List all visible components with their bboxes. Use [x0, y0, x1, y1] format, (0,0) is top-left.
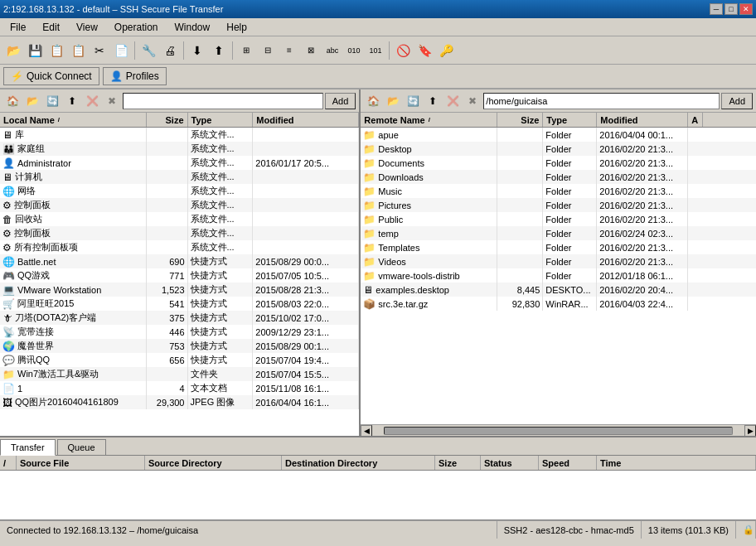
- list-item[interactable]: ⚙所有控制面板项 系统文件...: [0, 240, 359, 254]
- remote-col-name[interactable]: Remote Name /: [361, 113, 497, 127]
- list-item[interactable]: 🖥库 系统文件...: [0, 128, 359, 142]
- hscroll-bar[interactable]: [384, 427, 733, 435]
- list-item[interactable]: 🖥examples.desktop 8,445 DESKTO... 2016/0…: [361, 283, 756, 297]
- toolbar-stop[interactable]: 🚫: [393, 41, 413, 60]
- list-item[interactable]: 📦src.3e.tar.gz 92,830 WinRAR... 2016/04/…: [361, 297, 756, 311]
- local-col-name[interactable]: Local Name /: [0, 113, 147, 127]
- remote-up-btn[interactable]: ⬆: [424, 92, 442, 110]
- local-add-button[interactable]: Add: [325, 93, 356, 109]
- local-cancel-btn[interactable]: ✖: [103, 92, 121, 110]
- local-file-list: 🖥库 系统文件... 👪家庭组 系统文件... 👤Administrator 系…: [0, 128, 359, 436]
- local-path-input[interactable]: [123, 93, 323, 109]
- toolbar-settings[interactable]: 🔧: [138, 41, 158, 60]
- menu-edit[interactable]: Edit: [36, 20, 66, 35]
- remote-col-size[interactable]: Size: [497, 113, 543, 127]
- remote-col-modified[interactable]: Modified: [597, 113, 688, 127]
- local-col-modified[interactable]: Modified: [253, 113, 359, 127]
- toolbar-btn3[interactable]: ≡: [279, 41, 299, 60]
- profiles-button[interactable]: 👤 Profiles: [103, 67, 167, 85]
- list-item[interactable]: 📁Videos Folder 2016/02/20 21:3...: [361, 254, 756, 268]
- remote-add-button[interactable]: Add: [721, 93, 753, 109]
- local-col-type[interactable]: Type: [188, 113, 254, 127]
- list-item[interactable]: 📁Public Folder 2016/02/20 21:3...: [361, 212, 756, 226]
- remote-cancel-btn[interactable]: ✖: [463, 92, 482, 110]
- local-refresh-btn[interactable]: 🔄: [43, 92, 61, 110]
- remote-pane: 🏠 📂 🔄 ⬆ ❌ ✖ Add Remote Name / Size Type …: [361, 89, 756, 436]
- remote-col-type[interactable]: Type: [543, 113, 597, 127]
- list-item[interactable]: 📁apue Folder 2016/04/04 00:1...: [361, 128, 756, 142]
- title-bar: 2:192.168.13.132 - default – SSH Secure …: [0, 0, 756, 18]
- toolbar-btn4[interactable]: ⊠: [301, 41, 321, 60]
- tab-transfer[interactable]: Transfer: [0, 439, 56, 456]
- tab-queue[interactable]: Queue: [57, 439, 106, 455]
- quick-connect-button[interactable]: ⚡ Quick Connect: [3, 67, 99, 85]
- remote-home-btn[interactable]: 🏠: [364, 92, 382, 110]
- menu-file[interactable]: File: [3, 20, 32, 35]
- list-item[interactable]: 🎮QQ游戏 771 快捷方式 2015/07/05 10:5...: [0, 268, 359, 283]
- list-item[interactable]: 📡宽带连接 446 快捷方式 2009/12/29 23:1...: [0, 325, 359, 339]
- list-item[interactable]: 📁Documents Folder 2016/02/20 21:3...: [361, 156, 756, 170]
- toolbar-open[interactable]: 📂: [3, 41, 23, 60]
- list-item[interactable]: 📁temp Folder 2016/02/24 02:3...: [361, 226, 756, 240]
- local-folder-btn[interactable]: 📂: [23, 92, 41, 110]
- minimize-button[interactable]: ─: [710, 3, 723, 15]
- list-item[interactable]: 🖼QQ图片20160404161809 29,300 JPEG 图像 2016/…: [0, 395, 359, 409]
- toolbar-new[interactable]: 📄: [111, 41, 131, 60]
- toolbar-btn2[interactable]: ⊟: [258, 41, 278, 60]
- hscroll-right[interactable]: ▶: [744, 425, 756, 437]
- list-item[interactable]: 📄1 4 文本文档 2015/11/08 16:1...: [0, 381, 359, 395]
- list-item[interactable]: 🛒阿里旺旺2015 541 快捷方式 2015/08/03 22:0...: [0, 297, 359, 311]
- maximize-button[interactable]: □: [724, 3, 738, 15]
- toolbar-copy1[interactable]: 📋: [46, 41, 66, 60]
- transfer-col-source: Source File: [17, 456, 145, 470]
- list-item[interactable]: 🌍魔兽世界 753 快捷方式 2015/08/29 00:1...: [0, 339, 359, 353]
- list-item[interactable]: 🗡刀塔(DOTA2)客户端 375 快捷方式 2015/10/02 17:0..…: [0, 311, 359, 325]
- list-item[interactable]: 📁vmware-tools-distrib Folder 2012/01/18 …: [361, 268, 756, 283]
- hscroll-left[interactable]: ◀: [361, 425, 372, 437]
- toolbar-down[interactable]: ⬇: [187, 41, 207, 60]
- local-col-size[interactable]: Size: [147, 113, 187, 127]
- toolbar-abc[interactable]: abc: [322, 41, 342, 60]
- toolbar-btn1[interactable]: ⊞: [236, 41, 256, 60]
- toolbar-save[interactable]: 💾: [25, 41, 45, 60]
- toolbar-101[interactable]: 101: [366, 41, 385, 60]
- menu-operation[interactable]: Operation: [108, 20, 165, 35]
- menu-help[interactable]: Help: [220, 20, 254, 35]
- remote-folder-btn[interactable]: 📂: [384, 92, 402, 110]
- list-item[interactable]: 👪家庭组 系统文件...: [0, 142, 359, 156]
- local-up-btn[interactable]: ⬆: [63, 92, 81, 110]
- close-button[interactable]: ✕: [739, 3, 753, 15]
- list-item[interactable]: 💬腾讯QQ 656 快捷方式 2015/07/04 19:4...: [0, 353, 359, 367]
- toolbar-sep1: [134, 41, 135, 60]
- list-item[interactable]: 📁Win7激活工具&驱动 文件夹 2015/07/04 15:5...: [0, 367, 359, 381]
- list-item[interactable]: 🖥计算机 系统文件...: [0, 170, 359, 184]
- list-item[interactable]: 🌐网络 系统文件...: [0, 184, 359, 198]
- list-item[interactable]: 📁Templates Folder 2016/02/20 21:3...: [361, 240, 756, 254]
- remote-path-input[interactable]: [483, 93, 720, 109]
- local-home-btn[interactable]: 🏠: [3, 92, 22, 110]
- toolbar-bookmark[interactable]: 🔖: [414, 41, 434, 60]
- toolbar-up[interactable]: ⬆: [209, 41, 229, 60]
- toolbar-print[interactable]: 🖨: [160, 41, 180, 60]
- remote-refresh-btn[interactable]: 🔄: [404, 92, 422, 110]
- list-item[interactable]: ⚙控制面板 系统文件...: [0, 198, 359, 212]
- transfer-col-speed: Speed: [539, 456, 597, 470]
- list-item[interactable]: 📁Pictures Folder 2016/02/20 21:3...: [361, 198, 756, 212]
- list-item[interactable]: 📁Desktop Folder 2016/02/20 21:3...: [361, 142, 756, 156]
- toolbar-010[interactable]: 010: [344, 41, 364, 60]
- menu-view[interactable]: View: [70, 20, 104, 35]
- list-item[interactable]: 🗑回收站 系统文件...: [0, 212, 359, 226]
- remote-delete-btn[interactable]: ❌: [443, 92, 462, 110]
- local-delete-btn[interactable]: ❌: [83, 92, 101, 110]
- toolbar-sep3: [232, 41, 233, 60]
- list-item[interactable]: ⚙控制面板 系统文件...: [0, 226, 359, 240]
- list-item[interactable]: 👤Administrator 系统文件... 2016/01/17 20:5..…: [0, 156, 359, 170]
- list-item[interactable]: 📁Downloads Folder 2016/02/20 21:3...: [361, 170, 756, 184]
- toolbar-cut[interactable]: ✂: [90, 41, 109, 60]
- menu-window[interactable]: Window: [168, 20, 217, 35]
- list-item[interactable]: 💻VMware Workstation 1,523 快捷方式 2015/08/2…: [0, 283, 359, 297]
- list-item[interactable]: 🌐Battle.net 690 快捷方式 2015/08/29 00:0...: [0, 254, 359, 268]
- toolbar-key[interactable]: 🔑: [436, 41, 456, 60]
- toolbar-copy2[interactable]: 📋: [68, 41, 88, 60]
- list-item[interactable]: 📁Music Folder 2016/02/20 21:3...: [361, 184, 756, 198]
